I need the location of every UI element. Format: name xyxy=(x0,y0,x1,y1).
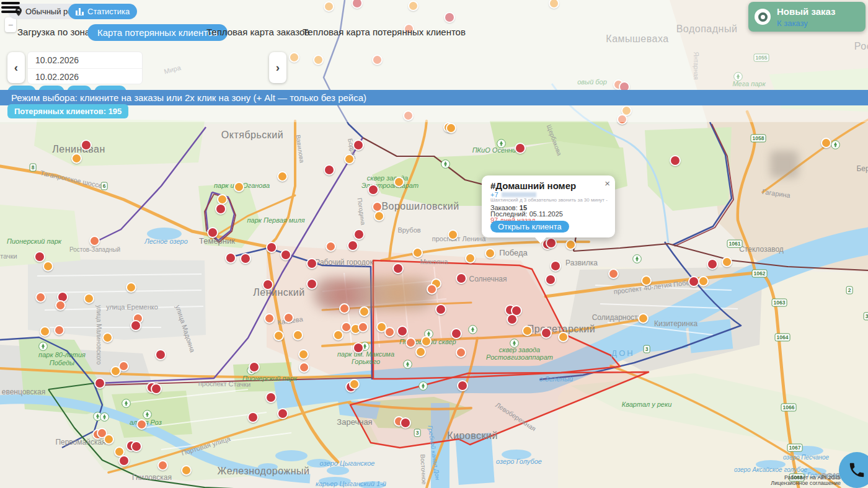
lost-client-dot[interactable] xyxy=(670,155,681,166)
lost-client-dot[interactable] xyxy=(353,342,364,353)
lost-client-dot[interactable] xyxy=(565,239,576,250)
lost-client-dot[interactable] xyxy=(372,55,383,65)
prev-date-button[interactable]: ‹ xyxy=(7,52,25,83)
lost-client-dot[interactable] xyxy=(155,349,166,360)
tab-orders-heatmap[interactable]: Тепловая карта заказов xyxy=(206,27,309,37)
lost-client-dot[interactable] xyxy=(71,153,82,164)
lost-client-dot[interactable] xyxy=(273,331,284,341)
lost-client-dot[interactable] xyxy=(546,237,557,249)
next-date-button[interactable]: › xyxy=(269,52,286,83)
lost-client-dot[interactable] xyxy=(394,177,404,187)
lost-client-dot[interactable] xyxy=(427,284,437,295)
lost-client-dot[interactable] xyxy=(617,114,627,125)
lost-client-dot[interactable] xyxy=(289,52,299,63)
lost-client-dot[interactable] xyxy=(207,227,218,238)
lost-client-dot[interactable] xyxy=(247,412,259,423)
lost-client-dot[interactable] xyxy=(545,274,556,285)
lost-client-dot[interactable] xyxy=(353,140,364,151)
lost-client-dot[interactable] xyxy=(448,229,458,240)
lost-client-dot[interactable] xyxy=(456,273,467,284)
lost-client-dot[interactable] xyxy=(306,278,317,290)
lost-client-dot[interactable] xyxy=(698,276,709,286)
lost-client-dot[interactable] xyxy=(400,417,411,428)
lost-client-dot[interactable] xyxy=(102,332,113,343)
lost-client-dot[interactable] xyxy=(181,465,192,476)
new-order-panel[interactable]: Новый заказ К заказу xyxy=(748,2,866,32)
lost-client-dot[interactable] xyxy=(444,12,455,23)
lost-client-dot[interactable] xyxy=(507,314,518,325)
lost-client-dot[interactable] xyxy=(333,330,343,340)
lost-client-dot[interactable] xyxy=(403,110,414,121)
lost-client-dot[interactable] xyxy=(234,182,244,192)
lost-client-dot[interactable] xyxy=(110,366,121,376)
lost-client-dot[interactable] xyxy=(266,242,277,253)
lost-client-dot[interactable] xyxy=(558,332,569,342)
lost-client-dot[interactable] xyxy=(94,378,105,389)
lost-client-dot[interactable] xyxy=(349,379,360,389)
lost-client-dot[interactable] xyxy=(54,325,64,335)
lost-client-dot[interactable] xyxy=(299,362,309,373)
lost-client-dot[interactable] xyxy=(306,258,317,269)
lost-client-dot[interactable] xyxy=(225,252,236,264)
lost-client-dot[interactable] xyxy=(262,279,273,290)
lost-client-dot[interactable] xyxy=(151,383,162,394)
lost-client-dot[interactable] xyxy=(485,248,495,259)
lost-client-dot[interactable] xyxy=(515,143,526,154)
lost-client-dot[interactable] xyxy=(89,236,100,246)
lost-client-dot[interactable] xyxy=(84,293,94,304)
tab-lost-clients-heatmap[interactable]: Тепловая карта потерянных клиентов xyxy=(303,27,466,37)
lost-client-dot[interactable] xyxy=(522,326,533,336)
lost-client-dot[interactable] xyxy=(81,140,92,151)
lost-client-dot[interactable] xyxy=(550,260,561,272)
lost-client-dot[interactable] xyxy=(293,330,303,340)
lost-client-dot[interactable] xyxy=(374,211,384,221)
lost-client-dot[interactable] xyxy=(722,257,732,267)
lost-client-dot[interactable] xyxy=(265,392,277,403)
lost-client-dot[interactable] xyxy=(326,241,336,252)
lost-client-dot[interactable] xyxy=(397,326,408,337)
menu-icon[interactable] xyxy=(1,2,20,15)
lost-client-dot[interactable] xyxy=(353,229,365,240)
lost-client-dot[interactable] xyxy=(126,282,136,293)
lost-client-dot[interactable] xyxy=(821,138,831,148)
open-client-button[interactable]: Открыть клиента xyxy=(490,221,569,233)
lost-client-dot[interactable] xyxy=(392,263,404,274)
lost-client-dot[interactable] xyxy=(412,247,423,258)
lost-client-dot[interactable] xyxy=(104,434,114,445)
lost-client-dot[interactable] xyxy=(136,419,147,430)
lost-client-dot[interactable] xyxy=(408,1,418,11)
lost-client-dot[interactable] xyxy=(456,347,466,358)
lost-client-dot[interactable] xyxy=(131,441,142,452)
lost-client-dot[interactable] xyxy=(457,380,468,391)
license-link[interactable]: Лицензионное соглашение xyxy=(771,481,841,486)
lost-client-dot[interactable] xyxy=(347,240,358,251)
lost-client-dot[interactable] xyxy=(549,0,559,9)
lost-client-dot[interactable] xyxy=(344,154,355,164)
lost-client-dot[interactable] xyxy=(313,55,324,65)
lost-client-dot[interactable] xyxy=(384,327,395,337)
zoom-out-button[interactable]: − xyxy=(5,17,16,32)
lost-client-dot[interactable] xyxy=(240,253,251,264)
lost-client-dot[interactable] xyxy=(280,249,291,260)
lost-client-dot[interactable] xyxy=(264,313,275,324)
lost-client-dot[interactable] xyxy=(130,320,141,331)
lost-client-dot[interactable] xyxy=(324,164,335,175)
lost-client-dot[interactable] xyxy=(283,313,294,323)
lost-client-dot[interactable] xyxy=(352,0,363,9)
lost-client-dot[interactable] xyxy=(157,460,168,471)
lost-client-dot[interactable] xyxy=(446,123,456,133)
lost-client-dot[interactable] xyxy=(34,251,45,262)
lost-client-dot[interactable] xyxy=(435,304,446,315)
tab-load-by-zones[interactable]: Загрузка по зонам xyxy=(17,27,96,37)
lost-client-dot[interactable] xyxy=(339,303,350,314)
lost-client-dot[interactable] xyxy=(324,1,334,12)
lost-client-dot[interactable] xyxy=(359,306,370,317)
lost-client-dot[interactable] xyxy=(541,327,552,339)
lost-client-dot[interactable] xyxy=(35,292,46,303)
lost-client-dot[interactable] xyxy=(707,259,718,270)
close-icon[interactable]: × xyxy=(604,178,610,189)
lost-client-dot[interactable] xyxy=(298,349,309,360)
lost-client-dot[interactable] xyxy=(641,275,652,286)
lost-client-dot[interactable] xyxy=(368,184,379,195)
lost-client-dot[interactable] xyxy=(277,408,288,419)
